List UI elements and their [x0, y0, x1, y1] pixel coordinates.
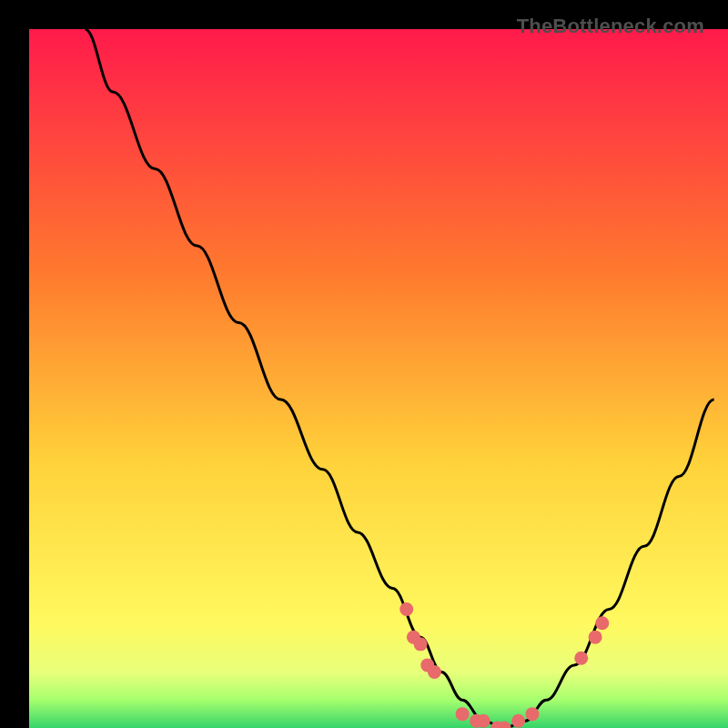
bottleneck-chart [29, 29, 728, 728]
sample-marker [574, 652, 588, 665]
sample-marker [511, 714, 525, 728]
sample-marker [414, 637, 428, 651]
sample-marker [428, 665, 441, 679]
chart-frame: TheBottleneck.com [15, 15, 713, 713]
sample-marker [525, 707, 539, 721]
sample-marker [399, 602, 413, 616]
sample-marker [589, 631, 602, 644]
sample-marker [477, 714, 490, 728]
sample-marker [595, 616, 609, 630]
sample-marker [456, 707, 470, 721]
watermark-text: TheBottleneck.com [517, 15, 704, 38]
